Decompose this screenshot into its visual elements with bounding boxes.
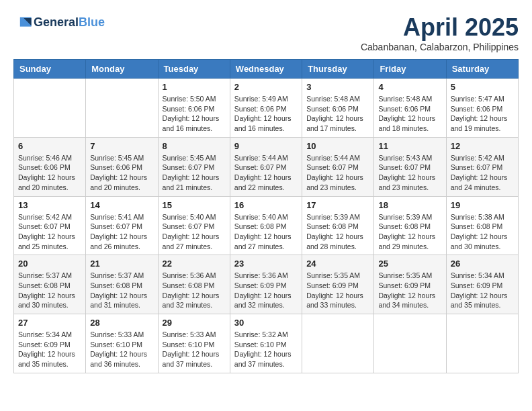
calendar-cell xyxy=(374,314,446,373)
day-number: 27 xyxy=(18,318,81,328)
calendar-cell: 10Sunrise: 5:44 AM Sunset: 6:07 PM Dayli… xyxy=(302,137,374,196)
calendar-cell: 18Sunrise: 5:39 AM Sunset: 6:08 PM Dayli… xyxy=(374,196,446,255)
day-number: 8 xyxy=(163,141,226,151)
cell-content: Sunrise: 5:42 AM Sunset: 6:07 PM Dayligh… xyxy=(451,153,514,193)
calendar-cell: 5Sunrise: 5:47 AM Sunset: 6:06 PM Daylig… xyxy=(446,79,518,138)
day-number: 2 xyxy=(234,82,298,92)
cell-content: Sunrise: 5:32 AM Sunset: 6:10 PM Dayligh… xyxy=(234,330,298,369)
cell-content: Sunrise: 5:43 AM Sunset: 6:07 PM Dayligh… xyxy=(378,153,441,193)
cell-content: Sunrise: 5:44 AM Sunset: 6:07 PM Dayligh… xyxy=(234,153,298,193)
cell-content: Sunrise: 5:35 AM Sunset: 6:09 PM Dayligh… xyxy=(306,271,369,310)
day-number: 30 xyxy=(234,318,298,328)
calendar-cell: 8Sunrise: 5:45 AM Sunset: 6:07 PM Daylig… xyxy=(158,137,230,196)
day-of-week-header: Wednesday xyxy=(230,60,302,79)
cell-content: Sunrise: 5:36 AM Sunset: 6:08 PM Dayligh… xyxy=(163,271,226,310)
cell-content: Sunrise: 5:47 AM Sunset: 6:06 PM Dayligh… xyxy=(451,94,514,134)
day-of-week-header: Thursday xyxy=(302,60,374,79)
calendar-cell: 24Sunrise: 5:35 AM Sunset: 6:09 PM Dayli… xyxy=(302,255,374,314)
cell-content: Sunrise: 5:48 AM Sunset: 6:06 PM Dayligh… xyxy=(378,94,441,134)
day-number: 3 xyxy=(306,82,369,92)
calendar-cell: 13Sunrise: 5:42 AM Sunset: 6:07 PM Dayli… xyxy=(14,196,86,255)
calendar-cell: 28Sunrise: 5:33 AM Sunset: 6:10 PM Dayli… xyxy=(86,314,158,373)
calendar-cell: 29Sunrise: 5:33 AM Sunset: 6:10 PM Dayli… xyxy=(158,314,230,373)
cell-content: Sunrise: 5:50 AM Sunset: 6:06 PM Dayligh… xyxy=(163,94,226,134)
calendar-cell: 11Sunrise: 5:43 AM Sunset: 6:07 PM Dayli… xyxy=(374,137,446,196)
calendar-cell: 6Sunrise: 5:46 AM Sunset: 6:06 PM Daylig… xyxy=(14,137,86,196)
day-number: 6 xyxy=(18,141,81,151)
day-number: 7 xyxy=(90,141,153,151)
day-number: 29 xyxy=(163,318,226,328)
cell-content: Sunrise: 5:48 AM Sunset: 6:06 PM Dayligh… xyxy=(306,94,369,134)
calendar-cell: 7Sunrise: 5:45 AM Sunset: 6:06 PM Daylig… xyxy=(86,137,158,196)
cell-content: Sunrise: 5:49 AM Sunset: 6:06 PM Dayligh… xyxy=(234,94,298,134)
title-section: April 2025 Cabanbanan, Calabarzon, Phili… xyxy=(361,13,519,52)
cell-content: Sunrise: 5:37 AM Sunset: 6:08 PM Dayligh… xyxy=(90,271,153,310)
calendar-cell: 21Sunrise: 5:37 AM Sunset: 6:08 PM Dayli… xyxy=(86,255,158,314)
day-number: 15 xyxy=(163,200,226,210)
cell-content: Sunrise: 5:41 AM Sunset: 6:07 PM Dayligh… xyxy=(90,212,153,252)
calendar-cell: 25Sunrise: 5:35 AM Sunset: 6:09 PM Dayli… xyxy=(374,255,446,314)
day-number: 25 xyxy=(378,259,441,269)
day-of-week-header: Tuesday xyxy=(158,60,230,79)
calendar-cell: 22Sunrise: 5:36 AM Sunset: 6:08 PM Dayli… xyxy=(158,255,230,314)
day-of-week-header: Sunday xyxy=(14,60,86,79)
day-number: 5 xyxy=(451,82,514,92)
day-of-week-header: Saturday xyxy=(446,60,518,79)
calendar-cell: 12Sunrise: 5:42 AM Sunset: 6:07 PM Dayli… xyxy=(446,137,518,196)
day-number: 10 xyxy=(306,141,369,151)
cell-content: Sunrise: 5:37 AM Sunset: 6:08 PM Dayligh… xyxy=(18,271,81,310)
cell-content: Sunrise: 5:39 AM Sunset: 6:08 PM Dayligh… xyxy=(378,212,441,252)
calendar-week-row: 27Sunrise: 5:34 AM Sunset: 6:09 PM Dayli… xyxy=(14,314,519,373)
day-of-week-header: Friday xyxy=(374,60,446,79)
day-number: 12 xyxy=(451,141,514,151)
calendar-cell: 30Sunrise: 5:32 AM Sunset: 6:10 PM Dayli… xyxy=(230,314,302,373)
day-number: 22 xyxy=(163,259,226,269)
day-number: 26 xyxy=(451,259,514,269)
calendar-cell: 23Sunrise: 5:36 AM Sunset: 6:09 PM Dayli… xyxy=(230,255,302,314)
calendar-cell: 1Sunrise: 5:50 AM Sunset: 6:06 PM Daylig… xyxy=(158,79,230,138)
cell-content: Sunrise: 5:44 AM Sunset: 6:07 PM Dayligh… xyxy=(306,153,369,193)
calendar-cell: 17Sunrise: 5:39 AM Sunset: 6:08 PM Dayli… xyxy=(302,196,374,255)
calendar-cell xyxy=(86,79,158,138)
calendar-cell: 20Sunrise: 5:37 AM Sunset: 6:08 PM Dayli… xyxy=(14,255,86,314)
day-number: 19 xyxy=(451,200,514,210)
calendar-week-row: 6Sunrise: 5:46 AM Sunset: 6:06 PM Daylig… xyxy=(14,137,519,196)
month-year-title: April 2025 xyxy=(361,13,519,42)
cell-content: Sunrise: 5:34 AM Sunset: 6:09 PM Dayligh… xyxy=(18,330,81,369)
calendar-header-row: SundayMondayTuesdayWednesdayThursdayFrid… xyxy=(14,60,519,79)
calendar-cell: 2Sunrise: 5:49 AM Sunset: 6:06 PM Daylig… xyxy=(230,79,302,138)
calendar-cell: 3Sunrise: 5:48 AM Sunset: 6:06 PM Daylig… xyxy=(302,79,374,138)
calendar-cell: 4Sunrise: 5:48 AM Sunset: 6:06 PM Daylig… xyxy=(374,79,446,138)
day-number: 28 xyxy=(90,318,153,328)
calendar-cell: 26Sunrise: 5:34 AM Sunset: 6:09 PM Dayli… xyxy=(446,255,518,314)
calendar-week-row: 20Sunrise: 5:37 AM Sunset: 6:08 PM Dayli… xyxy=(14,255,519,314)
day-number: 4 xyxy=(378,82,441,92)
calendar-week-row: 13Sunrise: 5:42 AM Sunset: 6:07 PM Dayli… xyxy=(14,196,519,255)
cell-content: Sunrise: 5:36 AM Sunset: 6:09 PM Dayligh… xyxy=(234,271,298,310)
cell-content: Sunrise: 5:33 AM Sunset: 6:10 PM Dayligh… xyxy=(163,330,226,369)
calendar-cell: 16Sunrise: 5:40 AM Sunset: 6:08 PM Dayli… xyxy=(230,196,302,255)
cell-content: Sunrise: 5:45 AM Sunset: 6:06 PM Dayligh… xyxy=(90,153,153,193)
cell-content: Sunrise: 5:45 AM Sunset: 6:07 PM Dayligh… xyxy=(163,153,226,193)
location-subtitle: Cabanbanan, Calabarzon, Philippines xyxy=(361,42,519,52)
cell-content: Sunrise: 5:46 AM Sunset: 6:06 PM Dayligh… xyxy=(18,153,81,193)
calendar-cell: 27Sunrise: 5:34 AM Sunset: 6:09 PM Dayli… xyxy=(14,314,86,373)
cell-content: Sunrise: 5:33 AM Sunset: 6:10 PM Dayligh… xyxy=(90,330,153,369)
day-number: 18 xyxy=(378,200,441,210)
calendar-cell: 14Sunrise: 5:41 AM Sunset: 6:07 PM Dayli… xyxy=(86,196,158,255)
day-number: 13 xyxy=(18,200,81,210)
cell-content: Sunrise: 5:39 AM Sunset: 6:08 PM Dayligh… xyxy=(306,212,369,252)
cell-content: Sunrise: 5:42 AM Sunset: 6:07 PM Dayligh… xyxy=(18,212,81,252)
day-number: 24 xyxy=(306,259,369,269)
day-number: 17 xyxy=(306,200,369,210)
cell-content: Sunrise: 5:40 AM Sunset: 6:08 PM Dayligh… xyxy=(234,212,298,252)
day-of-week-header: Monday xyxy=(86,60,158,79)
day-number: 9 xyxy=(234,141,298,151)
cell-content: Sunrise: 5:34 AM Sunset: 6:09 PM Dayligh… xyxy=(451,271,514,310)
day-number: 23 xyxy=(234,259,298,269)
calendar-cell: 19Sunrise: 5:38 AM Sunset: 6:08 PM Dayli… xyxy=(446,196,518,255)
day-number: 21 xyxy=(90,259,153,269)
cell-content: Sunrise: 5:38 AM Sunset: 6:08 PM Dayligh… xyxy=(451,212,514,252)
day-number: 1 xyxy=(163,82,226,92)
calendar-table: SundayMondayTuesdayWednesdayThursdayFrid… xyxy=(13,59,519,373)
